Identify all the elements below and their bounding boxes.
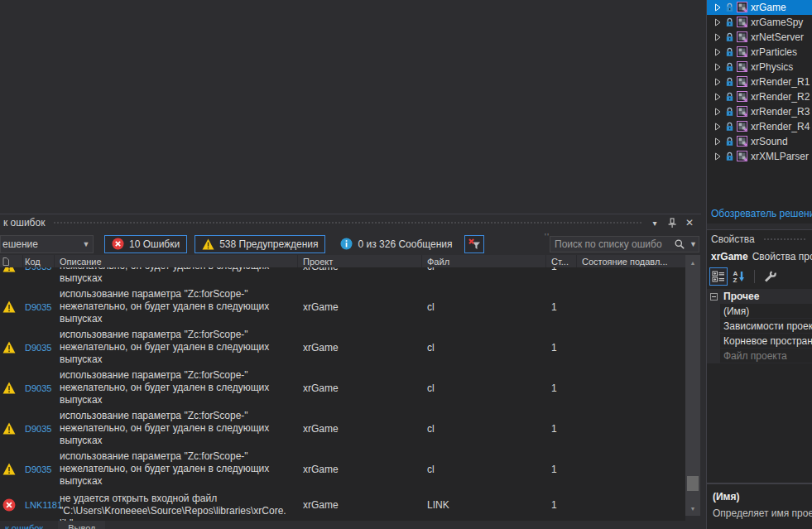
error-list-row[interactable]: D9035 использование параметра "Zc:forSco… <box>0 327 685 368</box>
error-line: 1 <box>546 449 577 489</box>
tab-error-list[interactable]: к ошибок <box>5 521 51 529</box>
solution-explorer-project-row[interactable]: xrNetServer <box>707 30 812 45</box>
expand-chevron-icon[interactable] <box>714 48 725 56</box>
solution-explorer-project-row[interactable]: xrXMLParser <box>707 149 812 164</box>
cpp-project-icon <box>737 46 751 58</box>
expand-chevron-icon[interactable] <box>714 152 725 161</box>
error-list-row[interactable]: D9035 использование параметра "Zc:forSco… <box>0 449 685 489</box>
solution-explorer-project-row[interactable]: xrRender_R3 <box>707 104 812 119</box>
cpp-project-icon <box>737 2 751 13</box>
error-list-row[interactable]: D9035 использование параметра "Zc:forSco… <box>0 286 685 327</box>
close-icon[interactable]: ✕ <box>684 217 695 228</box>
error-project: xrGame <box>298 449 422 489</box>
pin-icon[interactable] <box>666 217 678 228</box>
tab-solution-explorer[interactable]: Обозреватель решени <box>711 208 812 219</box>
tab-output[interactable]: Вывод <box>58 521 105 529</box>
property-row[interactable]: (Имя) <box>707 304 812 319</box>
expand-chevron-icon[interactable] <box>714 18 725 26</box>
solution-explorer-project-row[interactable]: xrGame <box>707 0 812 15</box>
property-pages-button[interactable] <box>761 267 779 286</box>
solution-explorer-project-row[interactable]: xrSound <box>707 134 812 149</box>
property-row[interactable]: Файл проекта <box>707 349 812 363</box>
properties-titlebar[interactable]: Свойства <box>707 230 812 248</box>
messages-filter-button[interactable]: 0 из 326 Сообщения <box>333 235 459 253</box>
expand-chevron-icon[interactable] <box>714 137 725 146</box>
error-list-titlebar[interactable]: к ошибок ▾ ✕ <box>0 214 701 231</box>
severity-header-icon <box>2 257 9 266</box>
error-line: 1 <box>546 267 577 286</box>
column-description[interactable]: Описание <box>55 255 298 267</box>
errors-filter-button[interactable]: 10 Ошибки <box>104 235 187 253</box>
error-project: xrGame <box>298 489 422 521</box>
solution-explorer-project-row[interactable]: xrPhysics <box>707 60 812 75</box>
error-description: использование параметра "Zc:forScope-" н… <box>55 368 298 408</box>
toolbar-separator <box>754 270 755 283</box>
scrollbar-thumb[interactable] <box>687 476 699 491</box>
solution-explorer-project-row[interactable]: xrGameSpy <box>707 15 812 30</box>
error-code[interactable]: D9035 <box>23 327 55 368</box>
clear-filters-button[interactable] <box>464 235 484 253</box>
property-category-misc[interactable]: Прочее <box>707 289 812 304</box>
properties-object-dropdown[interactable]: xrGame Свойства про <box>707 248 812 265</box>
error-code[interactable]: D9035 <box>23 368 55 408</box>
warnings-filter-button[interactable]: 538 Предупреждения <box>195 235 325 253</box>
collapse-minus-icon[interactable] <box>710 293 718 301</box>
error-list-row[interactable]: D9035 использование параметра "Zc:forSco… <box>0 267 685 286</box>
expand-chevron-icon[interactable] <box>714 33 725 41</box>
column-suppression-state[interactable]: Состояние подавл... <box>577 255 685 267</box>
scope-filter-dropdown[interactable]: ешение ▼ <box>0 235 94 253</box>
property-row[interactable]: Корневое простран <box>707 334 812 349</box>
error-code[interactable]: D9035 <box>23 267 55 286</box>
error-circle-icon <box>2 498 16 512</box>
error-code[interactable]: D9035 <box>23 449 55 489</box>
lock-icon <box>725 47 736 57</box>
scroll-down-icon[interactable]: ▼ <box>685 502 700 515</box>
warning-triangle-icon <box>2 267 16 272</box>
error-file: cl <box>422 286 546 327</box>
properties-panel: Свойства xrGame Свойства про <box>707 229 812 529</box>
error-list-row[interactable]: D9035 использование параметра "Zc:forSco… <box>0 368 685 408</box>
titlebar-grip-dots <box>763 238 805 242</box>
scroll-up-icon[interactable]: ▲ <box>685 256 700 269</box>
project-name: xrPhysics <box>751 61 793 73</box>
solution-explorer-project-row[interactable]: xrRender_R4 <box>707 119 812 134</box>
search-input[interactable] <box>550 238 674 250</box>
search-icon[interactable] <box>674 238 688 250</box>
column-file[interactable]: Файл <box>422 255 546 267</box>
alphabetical-sort-button[interactable]: A Z <box>730 267 748 286</box>
expand-chevron-icon[interactable] <box>714 93 725 101</box>
column-code[interactable]: Код <box>23 255 55 267</box>
window-position-caret-icon[interactable]: ▾ <box>649 217 661 228</box>
property-row[interactable]: Зависимости проек <box>707 319 812 334</box>
lock-icon <box>725 122 736 132</box>
error-list-row[interactable]: D9035 использование параметра "Zc:forSco… <box>0 408 685 449</box>
expand-chevron-icon[interactable] <box>714 3 725 12</box>
vertical-scrollbar[interactable]: ▲ ▼ <box>685 255 700 516</box>
error-code[interactable]: LNK1181 <box>23 489 55 521</box>
error-code[interactable]: D9035 <box>23 286 55 327</box>
column-project[interactable]: Проект <box>298 255 422 267</box>
error-file: cl <box>422 368 546 408</box>
column-line[interactable]: Ст... <box>546 255 577 267</box>
expand-chevron-icon[interactable] <box>714 108 725 116</box>
solution-explorer-project-row[interactable]: xrRender_R1 <box>707 75 812 89</box>
property-description-text: Определяет имя прое <box>713 507 812 519</box>
cpp-project-icon <box>737 151 751 162</box>
error-suppression-state <box>577 449 685 489</box>
error-list-row[interactable]: LNK1181 не удается открыть входной файл … <box>0 489 685 521</box>
search-options-caret-icon[interactable]: ▼ <box>688 240 699 248</box>
column-severity[interactable] <box>0 255 23 267</box>
lock-icon <box>725 151 736 161</box>
warning-triangle-icon <box>2 301 16 313</box>
categorized-view-button[interactable] <box>709 267 728 286</box>
cpp-project-icon <box>737 76 751 88</box>
expand-chevron-icon[interactable] <box>714 78 725 86</box>
error-description: не удается открыть входной файл "C:\User… <box>55 489 298 521</box>
solution-explorer-project-row[interactable]: xrParticles <box>707 45 812 60</box>
expand-chevron-icon[interactable] <box>714 123 725 131</box>
error-suppression-state <box>577 368 685 408</box>
titlebar-grip-dots <box>53 221 642 225</box>
error-code[interactable]: D9035 <box>23 408 55 449</box>
solution-explorer-project-row[interactable]: xrRender_R2 <box>707 89 812 104</box>
expand-chevron-icon[interactable] <box>714 63 725 71</box>
